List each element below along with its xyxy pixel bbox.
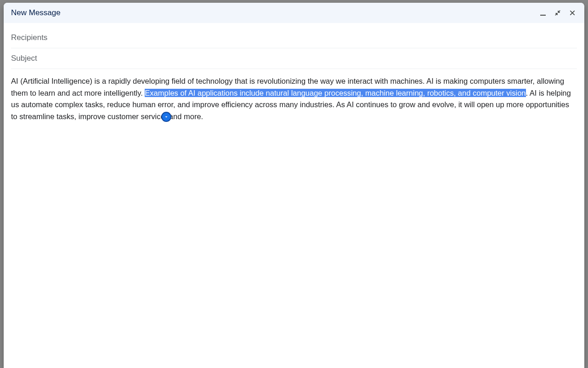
subject-input[interactable]	[11, 54, 577, 63]
compose-title: New Message	[11, 8, 61, 17]
header-controls	[538, 8, 577, 17]
message-body[interactable]: AI (Artificial Intelligence) is a rapidl…	[11, 69, 577, 363]
subject-row	[11, 48, 577, 69]
close-icon[interactable]	[568, 8, 577, 17]
exit-fullscreen-icon[interactable]	[553, 8, 562, 17]
compose-body: AI (Artificial Intelligence) is a rapidl…	[4, 23, 584, 368]
recipients-input[interactable]	[11, 33, 577, 42]
compose-header: New Message	[4, 3, 584, 23]
recipients-row	[11, 28, 577, 48]
minimize-icon[interactable]	[538, 8, 548, 17]
body-text-selected: Examples of AI applications include natu…	[145, 89, 526, 97]
scroll-indicator-icon[interactable]	[161, 112, 171, 122]
compose-window: New Message AI (Artificial Intelli	[4, 3, 584, 368]
